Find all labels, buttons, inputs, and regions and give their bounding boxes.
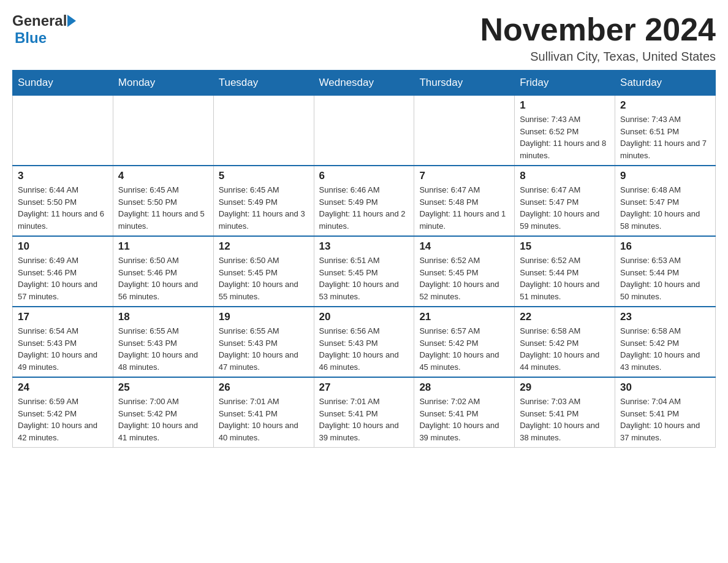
day-info: Sunrise: 6:55 AMSunset: 5:43 PMDaylight:… xyxy=(118,325,208,373)
day-number: 10 xyxy=(18,240,108,253)
calendar-cell: 27Sunrise: 7:01 AMSunset: 5:41 PMDayligh… xyxy=(314,377,414,448)
day-number: 26 xyxy=(219,381,309,394)
day-number: 6 xyxy=(319,170,409,182)
day-number: 9 xyxy=(620,170,710,182)
day-info: Sunrise: 7:43 AMSunset: 6:52 PMDaylight:… xyxy=(520,113,610,161)
day-number: 12 xyxy=(219,240,309,253)
day-number: 27 xyxy=(319,381,409,394)
calendar-cell: 29Sunrise: 7:03 AMSunset: 5:41 PMDayligh… xyxy=(515,377,615,448)
calendar-cell: 4Sunrise: 6:45 AMSunset: 5:50 PMDaylight… xyxy=(113,166,213,236)
calendar-cell xyxy=(414,96,515,166)
calendar-week-row: 24Sunrise: 6:59 AMSunset: 5:42 PMDayligh… xyxy=(13,377,716,448)
weekday-header-sunday: Sunday xyxy=(13,71,113,96)
day-info: Sunrise: 7:01 AMSunset: 5:41 PMDaylight:… xyxy=(319,396,409,443)
calendar-cell: 20Sunrise: 6:56 AMSunset: 5:43 PMDayligh… xyxy=(314,307,414,377)
calendar-table: SundayMondayTuesdayWednesdayThursdayFrid… xyxy=(12,70,716,448)
day-number: 16 xyxy=(620,240,710,253)
day-info: Sunrise: 6:48 AMSunset: 5:47 PMDaylight:… xyxy=(620,184,710,232)
day-info: Sunrise: 7:04 AMSunset: 5:41 PMDaylight:… xyxy=(620,396,710,443)
calendar-cell xyxy=(314,96,414,166)
day-number: 3 xyxy=(18,170,108,182)
day-info: Sunrise: 6:46 AMSunset: 5:49 PMDaylight:… xyxy=(319,184,409,232)
calendar-cell xyxy=(213,96,314,166)
calendar-cell xyxy=(113,96,213,166)
calendar-week-row: 3Sunrise: 6:44 AMSunset: 5:50 PMDaylight… xyxy=(13,166,716,236)
logo-blue-text: Blue xyxy=(15,29,47,46)
day-info: Sunrise: 6:57 AMSunset: 5:42 PMDaylight:… xyxy=(419,325,509,373)
day-info: Sunrise: 6:56 AMSunset: 5:43 PMDaylight:… xyxy=(319,325,409,373)
day-number: 21 xyxy=(419,311,509,323)
day-number: 7 xyxy=(419,170,509,182)
calendar-week-row: 17Sunrise: 6:54 AMSunset: 5:43 PMDayligh… xyxy=(13,307,716,377)
weekday-header-tuesday: Tuesday xyxy=(213,71,314,96)
calendar-cell: 1Sunrise: 7:43 AMSunset: 6:52 PMDaylight… xyxy=(515,96,615,166)
day-number: 1 xyxy=(520,99,610,112)
day-info: Sunrise: 6:52 AMSunset: 5:45 PMDaylight:… xyxy=(419,255,509,302)
day-number: 5 xyxy=(219,170,309,182)
calendar-cell: 19Sunrise: 6:55 AMSunset: 5:43 PMDayligh… xyxy=(213,307,314,377)
calendar-cell: 22Sunrise: 6:58 AMSunset: 5:42 PMDayligh… xyxy=(515,307,615,377)
calendar-cell: 30Sunrise: 7:04 AMSunset: 5:41 PMDayligh… xyxy=(615,377,716,448)
calendar-cell: 14Sunrise: 6:52 AMSunset: 5:45 PMDayligh… xyxy=(414,236,515,307)
day-number: 14 xyxy=(419,240,509,253)
calendar-week-row: 1Sunrise: 7:43 AMSunset: 6:52 PMDaylight… xyxy=(13,96,716,166)
day-info: Sunrise: 7:02 AMSunset: 5:41 PMDaylight:… xyxy=(419,396,509,443)
weekday-header-row: SundayMondayTuesdayWednesdayThursdayFrid… xyxy=(13,71,716,96)
calendar-cell: 26Sunrise: 7:01 AMSunset: 5:41 PMDayligh… xyxy=(213,377,314,448)
calendar-cell: 13Sunrise: 6:51 AMSunset: 5:45 PMDayligh… xyxy=(314,236,414,307)
weekday-header-thursday: Thursday xyxy=(414,71,515,96)
calendar-cell: 25Sunrise: 7:00 AMSunset: 5:42 PMDayligh… xyxy=(113,377,213,448)
calendar-cell: 11Sunrise: 6:50 AMSunset: 5:46 PMDayligh… xyxy=(113,236,213,307)
day-info: Sunrise: 6:51 AMSunset: 5:45 PMDaylight:… xyxy=(319,255,409,302)
day-info: Sunrise: 6:47 AMSunset: 5:47 PMDaylight:… xyxy=(520,184,610,232)
title-area: November 2024 Sullivan City, Texas, Unit… xyxy=(480,12,716,64)
day-number: 19 xyxy=(219,311,309,323)
day-info: Sunrise: 6:50 AMSunset: 5:46 PMDaylight:… xyxy=(118,255,208,302)
calendar-cell xyxy=(13,96,113,166)
day-info: Sunrise: 6:47 AMSunset: 5:48 PMDaylight:… xyxy=(419,184,509,232)
calendar-week-row: 10Sunrise: 6:49 AMSunset: 5:46 PMDayligh… xyxy=(13,236,716,307)
weekday-header-monday: Monday xyxy=(113,71,213,96)
day-info: Sunrise: 6:52 AMSunset: 5:44 PMDaylight:… xyxy=(520,255,610,302)
calendar-cell: 16Sunrise: 6:53 AMSunset: 5:44 PMDayligh… xyxy=(615,236,716,307)
day-number: 25 xyxy=(118,381,208,394)
day-number: 23 xyxy=(620,311,710,323)
day-info: Sunrise: 7:03 AMSunset: 5:41 PMDaylight:… xyxy=(520,396,610,443)
calendar-cell: 17Sunrise: 6:54 AMSunset: 5:43 PMDayligh… xyxy=(13,307,113,377)
day-number: 22 xyxy=(520,311,610,323)
calendar-cell: 10Sunrise: 6:49 AMSunset: 5:46 PMDayligh… xyxy=(13,236,113,307)
calendar-cell: 23Sunrise: 6:58 AMSunset: 5:42 PMDayligh… xyxy=(615,307,716,377)
day-info: Sunrise: 6:55 AMSunset: 5:43 PMDaylight:… xyxy=(219,325,309,373)
weekday-header-friday: Friday xyxy=(515,71,615,96)
calendar-cell: 9Sunrise: 6:48 AMSunset: 5:47 PMDaylight… xyxy=(615,166,716,236)
calendar-cell: 3Sunrise: 6:44 AMSunset: 5:50 PMDaylight… xyxy=(13,166,113,236)
day-info: Sunrise: 6:58 AMSunset: 5:42 PMDaylight:… xyxy=(520,325,610,373)
logo-general-text: General xyxy=(12,12,67,29)
day-info: Sunrise: 6:53 AMSunset: 5:44 PMDaylight:… xyxy=(620,255,710,302)
day-number: 18 xyxy=(118,311,208,323)
day-info: Sunrise: 6:45 AMSunset: 5:50 PMDaylight:… xyxy=(118,184,208,232)
day-info: Sunrise: 6:45 AMSunset: 5:49 PMDaylight:… xyxy=(219,184,309,232)
day-info: Sunrise: 6:54 AMSunset: 5:43 PMDaylight:… xyxy=(18,325,108,373)
location-subtitle: Sullivan City, Texas, United States xyxy=(480,50,716,64)
logo-arrow-icon xyxy=(67,15,76,27)
day-info: Sunrise: 7:01 AMSunset: 5:41 PMDaylight:… xyxy=(219,396,309,443)
day-number: 30 xyxy=(620,381,710,394)
day-number: 15 xyxy=(520,240,610,253)
day-info: Sunrise: 6:50 AMSunset: 5:45 PMDaylight:… xyxy=(219,255,309,302)
day-number: 4 xyxy=(118,170,208,182)
day-number: 8 xyxy=(520,170,610,182)
calendar-cell: 12Sunrise: 6:50 AMSunset: 5:45 PMDayligh… xyxy=(213,236,314,307)
calendar-cell: 28Sunrise: 7:02 AMSunset: 5:41 PMDayligh… xyxy=(414,377,515,448)
day-info: Sunrise: 6:44 AMSunset: 5:50 PMDaylight:… xyxy=(18,184,108,232)
day-number: 17 xyxy=(18,311,108,323)
month-title: November 2024 xyxy=(480,12,716,47)
calendar-cell: 21Sunrise: 6:57 AMSunset: 5:42 PMDayligh… xyxy=(414,307,515,377)
calendar-cell: 5Sunrise: 6:45 AMSunset: 5:49 PMDaylight… xyxy=(213,166,314,236)
weekday-header-saturday: Saturday xyxy=(615,71,716,96)
day-info: Sunrise: 6:58 AMSunset: 5:42 PMDaylight:… xyxy=(620,325,710,373)
page-header: General Blue November 2024 Sullivan City… xyxy=(12,12,716,64)
calendar-cell: 24Sunrise: 6:59 AMSunset: 5:42 PMDayligh… xyxy=(13,377,113,448)
day-number: 24 xyxy=(18,381,108,394)
calendar-cell: 7Sunrise: 6:47 AMSunset: 5:48 PMDaylight… xyxy=(414,166,515,236)
